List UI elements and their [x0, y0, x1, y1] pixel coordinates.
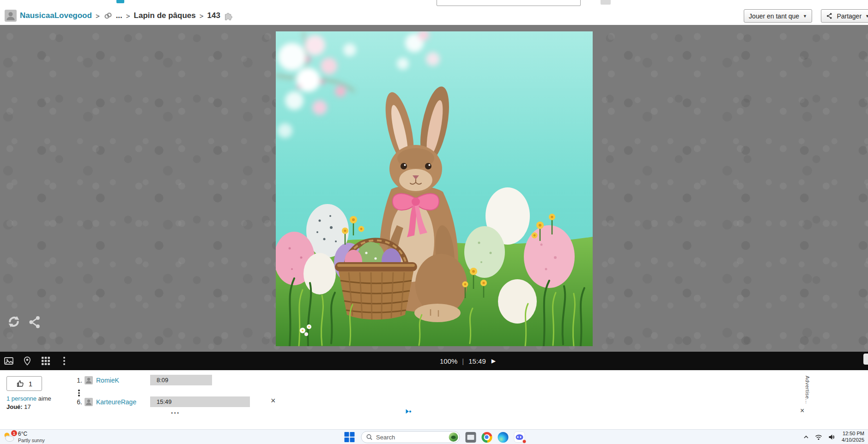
chevron-down-icon: ▼ [803, 14, 807, 18]
chrome-icon[interactable] [481, 432, 492, 443]
leaderboard-more-icon[interactable] [77, 389, 81, 397]
clipped-control-fragment [863, 354, 868, 365]
puzzle-stage [0, 25, 868, 352]
breadcrumb-separator: > [199, 12, 204, 20]
player-avatar[interactable] [85, 398, 93, 406]
share-label: Partager [837, 12, 862, 20]
play-as-label: Jouer en tant que [749, 12, 799, 20]
taskbar-center: Search [343, 430, 525, 444]
discord-icon[interactable] [514, 432, 525, 443]
like-button[interactable]: 1 [6, 376, 42, 391]
weather-icon: 1 [3, 432, 15, 443]
player-avatar[interactable] [85, 376, 93, 384]
puzzle-piece-icon [224, 11, 233, 21]
start-button[interactable] [343, 431, 355, 443]
clock-date: 4/10/2025 [842, 437, 864, 444]
taskbar-clock[interactable]: 12:50 PM 4/10/2025 [842, 431, 864, 444]
app-window-icon[interactable] [465, 432, 476, 443]
link-icon[interactable] [103, 11, 113, 20]
search-icon [366, 434, 372, 440]
windows-taskbar: 1 6°C Partly sunny Search [0, 429, 868, 444]
puzzle-image[interactable] [276, 31, 593, 346]
person-icon [5, 10, 17, 22]
played-label: Joué: [6, 403, 23, 410]
browser-tab-fragment [116, 0, 124, 3]
played-line: Joué: 17 [6, 403, 31, 410]
play-button[interactable]: ▶ [491, 358, 496, 364]
ad-close-icon[interactable]: × [800, 407, 804, 414]
like-count: 1 [29, 380, 32, 388]
leaderboard-row: 6. KarteureRage 15:49 [74, 396, 286, 407]
taskbar-search[interactable]: Search [361, 431, 460, 443]
browser-button-fragment [601, 0, 611, 5]
weather-widget[interactable]: 1 6°C Partly sunny [3, 430, 45, 444]
elapsed-time: 15:49 [468, 357, 486, 365]
jigsaw-puzzle-page: NausicaaLovegood > ... > Lapin de pâques… [0, 0, 868, 444]
breadcrumb-ellipsis[interactable]: ... [116, 11, 122, 20]
person-icon [85, 376, 93, 384]
breadcrumb: NausicaaLovegood > ... > Lapin de pâques… [0, 6, 868, 25]
search-highlight-image [449, 432, 458, 442]
grid-icon[interactable] [41, 356, 51, 366]
player-status: 100% | 15:49 ▶ [440, 352, 496, 370]
share-button[interactable]: Partager ▼ [821, 9, 868, 23]
restart-puzzle-icon[interactable] [6, 314, 21, 330]
notification-dot [522, 439, 526, 444]
close-icon[interactable]: × [271, 396, 276, 405]
breadcrumb-separator: > [126, 12, 131, 20]
breadcrumb-piece-count: 143 [207, 11, 220, 20]
breadcrumb-user-link[interactable]: NausicaaLovegood [20, 11, 92, 20]
clock-time: 12:50 PM [842, 431, 864, 437]
adchoices-icon[interactable] [405, 408, 412, 415]
volume-icon[interactable] [828, 434, 836, 440]
browser-chrome-fragment [0, 0, 868, 6]
notification-badge: 1 [11, 430, 17, 436]
breadcrumb-separator: > [95, 12, 100, 20]
player-time: 15:49 [157, 398, 172, 405]
search-placeholder: Search [376, 434, 445, 441]
rank-label: 6. [74, 398, 82, 406]
player-name-link[interactable]: KarteureRage [96, 398, 136, 406]
rank-label: 1. [74, 377, 82, 384]
hint-pin-icon[interactable] [22, 356, 32, 366]
time-progress-bar: 15:49 [150, 396, 250, 407]
player-name-link[interactable]: RomieK [96, 377, 119, 384]
player-time: 8:09 [157, 377, 168, 384]
advertise-vertical-label[interactable]: Advertise... [805, 376, 810, 404]
likers-line: 1 personne aime [6, 395, 51, 402]
background-image-icon[interactable] [4, 356, 14, 366]
weather-condition: Partly sunny [18, 438, 45, 443]
user-avatar[interactable] [5, 10, 17, 22]
share-icon[interactable] [28, 315, 42, 330]
edge-icon[interactable] [498, 432, 508, 443]
easter-bunny-illustration [276, 31, 593, 346]
play-as-button[interactable]: Jouer en tant que ▼ [744, 9, 812, 23]
more-options-icon[interactable] [59, 356, 69, 366]
share-icon [826, 12, 833, 19]
leaderboard-row: 1. RomieK 8:09 [74, 375, 286, 385]
weather-temp: 6°C [18, 431, 45, 438]
time-progress-bar: 8:09 [150, 375, 212, 385]
player-toolbar: 100% | 15:49 ▶ [0, 352, 868, 370]
played-count: 17 [23, 403, 31, 410]
zoom-level: 100% [440, 357, 457, 365]
likers-link[interactable]: 1 personne [6, 395, 36, 402]
bottom-panel: 1 1 personne aime Joué: 17 1. RomieK 8:0… [0, 370, 868, 429]
system-tray: 12:50 PM 4/10/2025 [803, 430, 864, 444]
chevron-down-icon: ▼ [865, 14, 868, 18]
hidden-icons-chevron[interactable] [803, 435, 809, 439]
breadcrumb-puzzle-name[interactable]: Lapin de pâques [134, 11, 196, 20]
status-divider: | [462, 357, 464, 365]
person-icon [85, 398, 93, 406]
thumbs-up-icon [16, 379, 24, 388]
wifi-icon[interactable] [815, 434, 822, 440]
browser-search-box-fragment[interactable] [437, 0, 581, 6]
show-more-button[interactable]: ... [171, 407, 180, 415]
likers-suffix: aime [36, 395, 51, 402]
